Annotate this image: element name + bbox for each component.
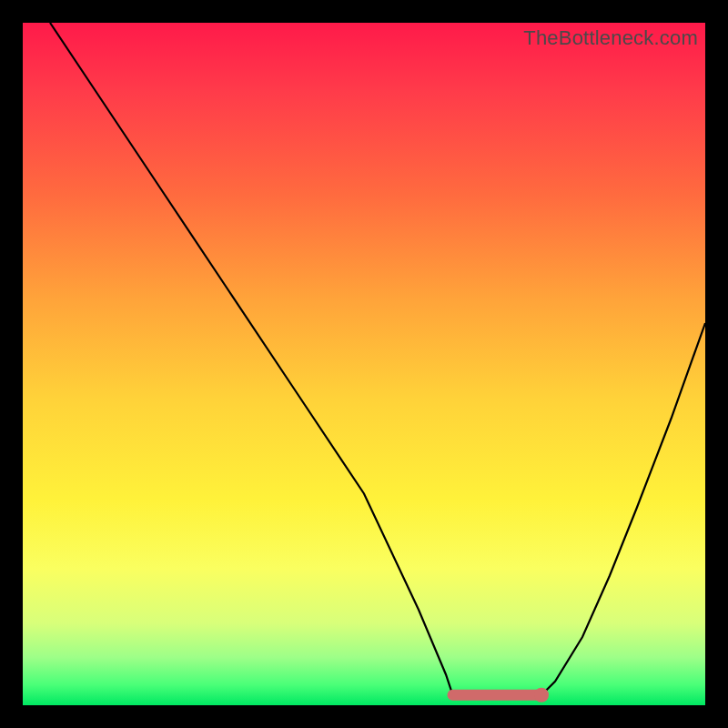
curve-left [50, 23, 453, 695]
optimal-dot [534, 688, 549, 703]
chart-svg [23, 23, 705, 705]
curve-right [541, 323, 705, 695]
